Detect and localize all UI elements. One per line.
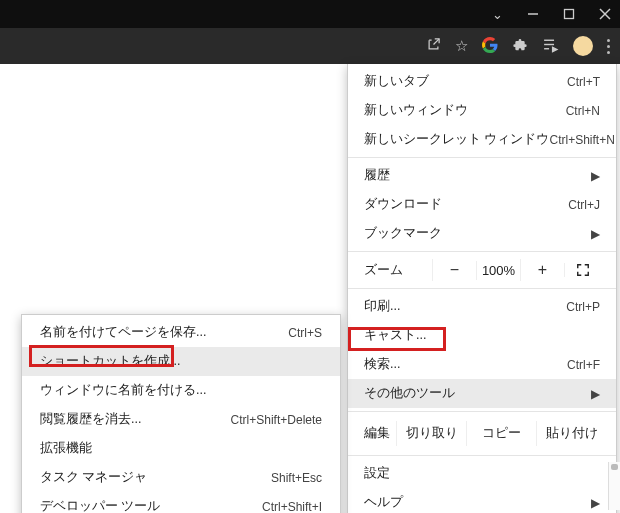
menu-separator — [348, 411, 616, 412]
fullscreen-button[interactable] — [564, 263, 600, 277]
kebab-menu-icon[interactable] — [607, 39, 610, 54]
svg-marker-7 — [553, 47, 557, 51]
menu-item-bookmarks[interactable]: ブックマーク ▶ — [348, 219, 616, 248]
edit-paste-button[interactable]: 貼り付け — [536, 421, 606, 446]
menu-label: 印刷... — [364, 298, 400, 315]
menu-accel: Ctrl+P — [566, 300, 600, 314]
zoom-in-button[interactable]: + — [520, 259, 564, 281]
submenu-label: 拡張機能 — [40, 440, 92, 457]
edit-cut-button[interactable]: 切り取り — [396, 421, 466, 446]
menu-label: 新しいウィンドウ — [364, 102, 468, 119]
submenu-accel: Ctrl+Shift+I — [262, 500, 322, 514]
tab-dropdown-icon[interactable]: ⌄ — [488, 5, 506, 23]
menu-item-downloads[interactable]: ダウンロード Ctrl+J — [348, 190, 616, 219]
submenu-item-task-manager[interactable]: タスク マネージャ Shift+Esc — [22, 463, 340, 492]
menu-item-edit: 編集 切り取り コピー 貼り付け — [348, 415, 616, 452]
submenu-arrow-icon: ▶ — [591, 169, 600, 183]
menu-accel: Ctrl+N — [566, 104, 600, 118]
menu-item-cast[interactable]: キャスト... — [348, 321, 616, 350]
menu-accel: Ctrl+Shift+N — [549, 133, 614, 147]
menu-accel: Ctrl+F — [567, 358, 600, 372]
submenu-accel: Ctrl+Shift+Delete — [231, 413, 322, 427]
submenu-label: ショートカットを作成... — [40, 353, 180, 370]
edit-label: 編集 — [358, 425, 390, 442]
submenu-arrow-icon: ▶ — [591, 496, 600, 510]
submenu-label: 名前を付けてページを保存... — [40, 324, 206, 341]
submenu-item-save-page[interactable]: 名前を付けてページを保存... Ctrl+S — [22, 318, 340, 347]
bookmark-star-icon[interactable]: ☆ — [455, 37, 468, 55]
svg-rect-1 — [565, 10, 574, 19]
menu-item-history[interactable]: 履歴 ▶ — [348, 161, 616, 190]
menu-label: 新しいシークレット ウィンドウ — [364, 131, 549, 148]
menu-label: キャスト... — [364, 327, 426, 344]
submenu-accel: Ctrl+S — [288, 326, 322, 340]
reading-list-icon[interactable] — [542, 36, 559, 56]
menu-item-new-incognito[interactable]: 新しいシークレット ウィンドウ Ctrl+Shift+N — [348, 125, 616, 154]
submenu-arrow-icon: ▶ — [591, 387, 600, 401]
submenu-accel: Shift+Esc — [271, 471, 322, 485]
menu-item-find[interactable]: 検索... Ctrl+F — [348, 350, 616, 379]
menu-accel: Ctrl+T — [567, 75, 600, 89]
submenu-item-create-shortcut[interactable]: ショートカットを作成... — [22, 347, 340, 376]
window-title-bar: ⌄ — [0, 0, 620, 28]
chrome-main-menu: 新しいタブ Ctrl+T 新しいウィンドウ Ctrl+N 新しいシークレット ウ… — [347, 64, 617, 513]
google-icon[interactable] — [482, 37, 498, 56]
submenu-item-developer-tools[interactable]: デベロッパー ツール Ctrl+Shift+I — [22, 492, 340, 513]
menu-accel: Ctrl+J — [568, 198, 600, 212]
browser-toolbar: ☆ — [0, 28, 620, 64]
submenu-label: 閲覧履歴を消去... — [40, 411, 141, 428]
zoom-out-button[interactable]: − — [432, 259, 476, 281]
maximize-button[interactable] — [560, 5, 578, 23]
more-tools-submenu: 名前を付けてページを保存... Ctrl+S ショートカットを作成... ウィン… — [21, 314, 341, 513]
menu-item-print[interactable]: 印刷... Ctrl+P — [348, 292, 616, 321]
submenu-label: デベロッパー ツール — [40, 498, 160, 513]
zoom-label: ズーム — [364, 262, 403, 279]
menu-separator — [348, 455, 616, 456]
share-icon[interactable] — [426, 37, 441, 55]
menu-label: 履歴 — [364, 167, 390, 184]
menu-item-help[interactable]: ヘルプ ▶ — [348, 488, 616, 513]
menu-label: 検索... — [364, 356, 400, 373]
menu-separator — [348, 251, 616, 252]
profile-avatar[interactable] — [573, 36, 593, 56]
menu-label: 設定 — [364, 465, 390, 482]
vertical-scrollbar[interactable] — [608, 462, 620, 510]
submenu-item-extensions[interactable]: 拡張機能 — [22, 434, 340, 463]
submenu-item-name-window[interactable]: ウィンドウに名前を付ける... — [22, 376, 340, 405]
submenu-label: ウィンドウに名前を付ける... — [40, 382, 206, 399]
close-button[interactable] — [596, 5, 614, 23]
submenu-label: タスク マネージャ — [40, 469, 147, 486]
menu-item-new-window[interactable]: 新しいウィンドウ Ctrl+N — [348, 96, 616, 125]
menu-separator — [348, 288, 616, 289]
edit-copy-button[interactable]: コピー — [466, 421, 536, 446]
submenu-item-clear-browsing[interactable]: 閲覧履歴を消去... Ctrl+Shift+Delete — [22, 405, 340, 434]
minimize-button[interactable] — [524, 5, 542, 23]
menu-item-new-tab[interactable]: 新しいタブ Ctrl+T — [348, 67, 616, 96]
menu-label: 新しいタブ — [364, 73, 429, 90]
submenu-arrow-icon: ▶ — [591, 227, 600, 241]
extensions-icon[interactable] — [512, 37, 528, 56]
menu-label: ダウンロード — [364, 196, 442, 213]
menu-item-more-tools[interactable]: その他のツール ▶ — [348, 379, 616, 408]
zoom-value: 100% — [476, 261, 520, 280]
menu-label: ブックマーク — [364, 225, 442, 242]
menu-item-settings[interactable]: 設定 — [348, 459, 616, 488]
menu-label: その他のツール — [364, 385, 455, 402]
menu-label: ヘルプ — [364, 494, 403, 511]
menu-item-zoom: ズーム − 100% + — [348, 255, 616, 285]
menu-separator — [348, 157, 616, 158]
